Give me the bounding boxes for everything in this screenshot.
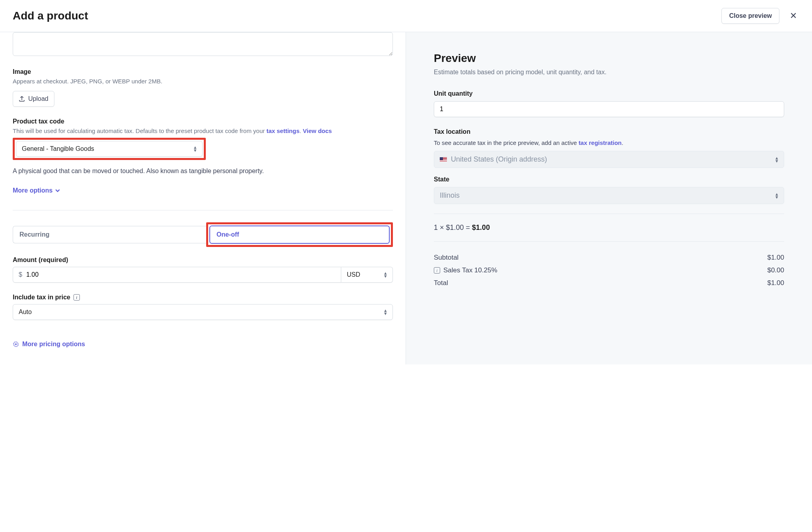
tax-code-value: General - Tangible Goods bbox=[22, 145, 194, 152]
subtotal-row: Subtotal $1.00 bbox=[434, 251, 784, 264]
chevron-updown-icon: ▴▾ bbox=[775, 193, 778, 199]
pricing-type-tabs: Recurring One-off bbox=[13, 222, 393, 247]
tax-code-help: This will be used for calculating automa… bbox=[13, 127, 393, 136]
header-actions: Close preview ✕ bbox=[721, 8, 799, 24]
divider bbox=[434, 241, 784, 242]
total-label: Total bbox=[434, 279, 448, 287]
currency-value: USD bbox=[347, 271, 384, 278]
chevron-updown-icon: ▴▾ bbox=[194, 146, 197, 152]
unit-qty-label: Unit quantity bbox=[434, 90, 784, 97]
form-panel: Image Appears at checkout. JPEG, PNG, or… bbox=[0, 32, 406, 364]
chevron-down-icon bbox=[55, 188, 60, 193]
view-docs-link[interactable]: View docs bbox=[303, 127, 332, 134]
currency-select[interactable]: USD ▴▾ bbox=[341, 267, 393, 283]
chevron-updown-icon: ▴▾ bbox=[384, 309, 387, 315]
tax-code-highlight: General - Tangible Goods ▴▾ bbox=[13, 138, 206, 160]
upload-icon bbox=[19, 96, 25, 102]
currency-symbol: $ bbox=[19, 271, 22, 278]
preview-panel: Preview Estimate totals based on pricing… bbox=[406, 32, 812, 364]
close-icon[interactable]: ✕ bbox=[787, 8, 799, 23]
tax-code-label: Product tax code bbox=[13, 118, 393, 125]
country-select[interactable]: United States (Origin address) ▴▾ bbox=[434, 151, 784, 168]
gear-icon bbox=[13, 341, 19, 347]
tax-code-description: A physical good that can be moved or tou… bbox=[13, 166, 393, 176]
total-row: Total $1.00 bbox=[434, 277, 784, 289]
preview-description: Estimate totals based on pricing model, … bbox=[434, 69, 784, 76]
tab-recurring[interactable]: Recurring bbox=[13, 226, 206, 243]
include-tax-value: Auto bbox=[19, 308, 384, 316]
amount-input-wrap[interactable]: $ bbox=[13, 267, 341, 283]
upload-label: Upload bbox=[28, 95, 48, 102]
tab-oneoff-highlight: One-off bbox=[206, 222, 393, 247]
page-title: Add a product bbox=[13, 10, 88, 22]
more-pricing-options-button[interactable]: More pricing options bbox=[13, 341, 85, 348]
tax-location-help: To see accurate tax in the price preview… bbox=[434, 139, 784, 146]
state-value: Illinois bbox=[440, 191, 771, 200]
include-tax-select[interactable]: Auto ▴▾ bbox=[13, 304, 393, 320]
more-options-toggle[interactable]: More options bbox=[13, 187, 60, 194]
total-value: $1.00 bbox=[767, 279, 784, 287]
subtotal-label: Subtotal bbox=[434, 254, 458, 262]
image-field-group: Image Appears at checkout. JPEG, PNG, or… bbox=[13, 68, 393, 107]
close-preview-button[interactable]: Close preview bbox=[721, 8, 779, 24]
divider bbox=[13, 210, 393, 210]
state-select[interactable]: Illinois ▴▾ bbox=[434, 187, 784, 204]
amount-field-group: Amount (required) $ USD ▴▾ bbox=[13, 256, 393, 283]
image-label: Image bbox=[13, 68, 393, 75]
info-icon[interactable]: i bbox=[73, 294, 80, 301]
calculation-line: 1 × $1.00 = $1.00 bbox=[434, 224, 784, 232]
more-options-label: More options bbox=[13, 187, 52, 194]
more-pricing-label: More pricing options bbox=[22, 341, 85, 348]
amount-input[interactable] bbox=[26, 271, 335, 278]
divider bbox=[434, 214, 784, 214]
sales-tax-row: i Sales Tax 10.25% $0.00 bbox=[434, 264, 784, 277]
upload-button[interactable]: Upload bbox=[13, 91, 54, 107]
description-textarea[interactable] bbox=[13, 32, 393, 56]
tax-code-select[interactable]: General - Tangible Goods ▴▾ bbox=[16, 141, 203, 157]
tax-code-field-group: Product tax code This will be used for c… bbox=[13, 118, 393, 176]
preview-title: Preview bbox=[434, 52, 784, 65]
chevron-updown-icon: ▴▾ bbox=[384, 272, 387, 278]
sales-tax-label: Sales Tax 10.25% bbox=[443, 266, 497, 274]
include-tax-field-group: Include tax in price i Auto ▴▾ bbox=[13, 294, 393, 320]
unit-qty-input[interactable] bbox=[434, 101, 784, 117]
tax-settings-link[interactable]: tax settings bbox=[267, 127, 300, 134]
flag-us-icon bbox=[440, 157, 447, 162]
tax-registration-link[interactable]: tax registration bbox=[578, 139, 621, 146]
tax-location-label: Tax location bbox=[434, 128, 784, 135]
page-header: Add a product Close preview ✕ bbox=[0, 0, 812, 32]
amount-label: Amount (required) bbox=[13, 256, 393, 264]
image-help: Appears at checkout. JPEG, PNG, or WEBP … bbox=[13, 77, 393, 86]
tab-one-off[interactable]: One-off bbox=[209, 226, 390, 244]
country-value: United States (Origin address) bbox=[451, 155, 771, 164]
state-label: State bbox=[434, 176, 784, 183]
chevron-updown-icon: ▴▾ bbox=[775, 156, 778, 163]
sales-tax-value: $0.00 bbox=[767, 266, 784, 274]
subtotal-value: $1.00 bbox=[767, 254, 784, 262]
include-tax-label: Include tax in price i bbox=[13, 294, 393, 301]
info-icon[interactable]: i bbox=[434, 267, 440, 274]
